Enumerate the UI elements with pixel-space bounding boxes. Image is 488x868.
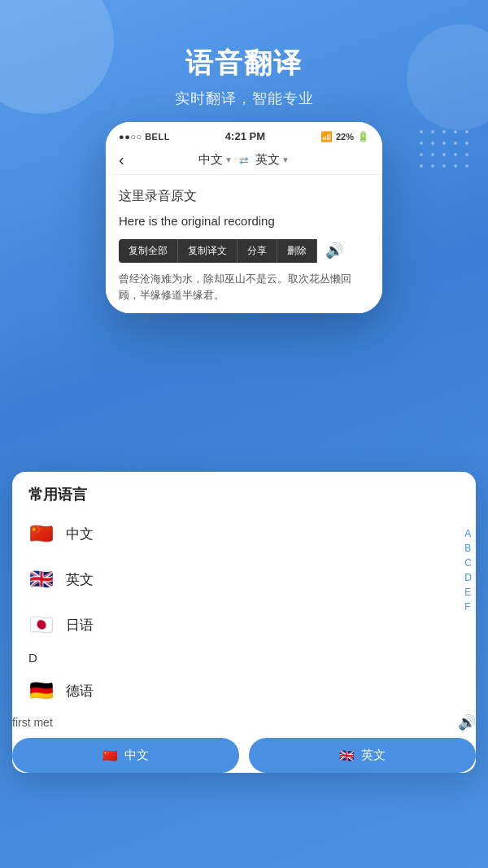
alpha-d[interactable]: D bbox=[464, 573, 472, 582]
speaker-icon[interactable]: 🔊 bbox=[325, 242, 343, 260]
swap-icon[interactable]: ⇄ bbox=[239, 154, 249, 167]
source-lang[interactable]: 中文 ▼ bbox=[198, 152, 233, 168]
alpha-index: A B C D E F bbox=[464, 529, 472, 612]
status-bar: ●●○○ BELL 4:21 PM 📶 22% 🔋 bbox=[106, 122, 382, 147]
original-text: 这里录音原文 bbox=[119, 186, 369, 206]
btn-chinese[interactable]: 🇨🇳 中文 bbox=[12, 738, 239, 773]
extra-text: 曾经沧海难为水，除却巫山不是云。取次花丛懒回顾，半缘修道半缘君。 bbox=[119, 271, 369, 314]
lang-selector[interactable]: 中文 ▼ ⇄ 英文 ▼ bbox=[198, 152, 290, 168]
bottom-btn-row: 🇨🇳 中文 🇬🇧 英文 bbox=[12, 738, 476, 773]
target-lang[interactable]: 英文 ▼ bbox=[255, 152, 290, 168]
source-lang-label: 中文 bbox=[198, 152, 223, 168]
bluetooth-icon: 📶 bbox=[320, 131, 333, 142]
battery-icon: 🔋 bbox=[357, 131, 369, 142]
translated-text: Here is the original recording bbox=[119, 212, 369, 231]
flag-japanese: 🇯🇵 bbox=[28, 612, 54, 638]
btn-english-flag: 🇬🇧 bbox=[339, 748, 355, 763]
lang-label-english: 英文 bbox=[66, 570, 94, 589]
delete-button[interactable]: 删除 bbox=[277, 239, 317, 263]
panel-header: 常用语言 bbox=[12, 472, 476, 511]
btn-chinese-label: 中文 bbox=[124, 748, 149, 763]
flag-chinese: 🇨🇳 bbox=[28, 521, 54, 547]
source-dropdown-icon: ▼ bbox=[224, 155, 233, 164]
btn-chinese-flag: 🇨🇳 bbox=[102, 748, 118, 763]
sub-title: 实时翻译，智能专业 bbox=[0, 89, 488, 108]
header-area: 语音翻译 实时翻译，智能专业 bbox=[0, 0, 488, 108]
alpha-c[interactable]: C bbox=[464, 558, 472, 568]
btn-english[interactable]: 🇬🇧 英文 bbox=[249, 738, 476, 773]
target-dropdown-icon: ▼ bbox=[281, 155, 290, 164]
alpha-b[interactable]: B bbox=[464, 543, 472, 553]
status-signal: ●●○○ BELL bbox=[119, 132, 170, 142]
main-title: 语音翻译 bbox=[0, 45, 488, 82]
section-d-label: D bbox=[12, 648, 476, 668]
status-time: 4:21 PM bbox=[225, 130, 265, 142]
bottom-translation-text: first met bbox=[12, 716, 53, 729]
lang-label-chinese: 中文 bbox=[66, 525, 94, 543]
copy-translation-button[interactable]: 复制译文 bbox=[178, 239, 237, 263]
lang-label-japanese: 日语 bbox=[66, 616, 94, 635]
status-right: 📶 22% 🔋 bbox=[320, 131, 369, 142]
content-area: 这里录音原文 Here is the original recording 复制… bbox=[106, 175, 382, 313]
btn-english-label: 英文 bbox=[361, 748, 386, 763]
alpha-a[interactable]: A bbox=[464, 529, 472, 539]
deco-dots bbox=[420, 130, 472, 171]
battery-text: 22% bbox=[336, 132, 354, 142]
lang-item-japanese[interactable]: 🇯🇵 日语 bbox=[12, 602, 476, 648]
bottom-speaker-icon[interactable]: 🔊 bbox=[458, 713, 476, 731]
phone-mockup: ●●○○ BELL 4:21 PM 📶 22% 🔋 ‹ 中文 ▼ ⇄ 英文 ▼ bbox=[106, 122, 382, 313]
back-button[interactable]: ‹ bbox=[119, 150, 124, 169]
copy-all-button[interactable]: 复制全部 bbox=[119, 239, 178, 263]
flag-english: 🇬🇧 bbox=[28, 566, 54, 592]
bottom-translation-row: first met 🔊 bbox=[12, 713, 476, 731]
nav-bar: ‹ 中文 ▼ ⇄ 英文 ▼ bbox=[106, 147, 382, 175]
phone-frame: ●●○○ BELL 4:21 PM 📶 22% 🔋 ‹ 中文 ▼ ⇄ 英文 ▼ bbox=[106, 122, 382, 313]
alpha-e[interactable]: E bbox=[464, 587, 472, 597]
flag-german: 🇩🇪 bbox=[28, 678, 54, 704]
lang-item-english[interactable]: 🇬🇧 英文 bbox=[12, 556, 476, 602]
action-row: 复制全部 复制译文 分享 删除 🔊 bbox=[119, 239, 369, 263]
target-lang-label: 英文 bbox=[255, 152, 280, 168]
alpha-f[interactable]: F bbox=[464, 602, 472, 612]
lang-item-german[interactable]: 🇩🇪 德语 bbox=[12, 668, 476, 713]
share-button[interactable]: 分享 bbox=[237, 239, 277, 263]
lang-panel: 常用语言 🇨🇳 中文 🇬🇧 英文 🇯🇵 日语 D 🇩🇪 德语 first met… bbox=[12, 472, 476, 773]
lang-label-german: 德语 bbox=[66, 682, 94, 700]
lang-item-chinese[interactable]: 🇨🇳 中文 bbox=[12, 511, 476, 556]
